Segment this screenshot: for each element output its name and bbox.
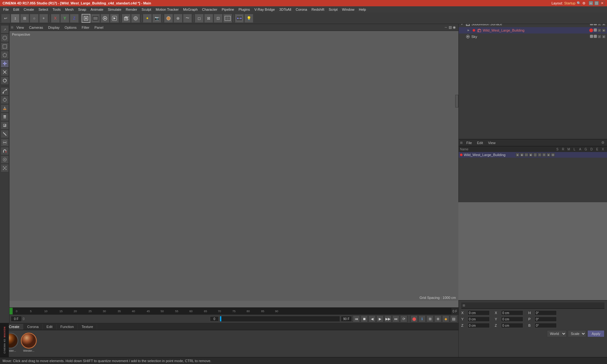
toolbar-material[interactable]: [164, 14, 173, 23]
vp-menu-view[interactable]: View: [15, 25, 26, 30]
layout-value[interactable]: Startup: [564, 1, 575, 5]
toolbar-y-axis[interactable]: Y: [60, 14, 69, 23]
transport-timeline[interactable]: ▤: [450, 315, 457, 322]
menu-simulate[interactable]: Simulate: [106, 7, 123, 12]
transport-skip-start[interactable]: ⏮: [353, 315, 360, 322]
vp-icon-render[interactable]: ◉: [453, 25, 456, 29]
transport-key[interactable]: ◆: [442, 315, 449, 322]
menu-render[interactable]: Render: [124, 7, 139, 12]
toolbar-light[interactable]: ✦: [143, 14, 152, 23]
toolbar-render-active[interactable]: [110, 14, 119, 23]
toolbar-render-view[interactable]: [91, 14, 100, 23]
coord-x-size[interactable]: [501, 310, 523, 315]
tool-deform[interactable]: [1, 96, 9, 104]
attr-ic-m[interactable]: □: [524, 153, 528, 157]
toolbar-rotate[interactable]: ○: [30, 14, 39, 23]
attr-ic-x[interactable]: M: [551, 153, 555, 157]
tool-extrude[interactable]: [1, 113, 9, 121]
attr-ic-e[interactable]: ●: [547, 153, 550, 157]
toolbar-move[interactable]: ↕: [11, 14, 20, 23]
vp-menu-filter[interactable]: Filter: [80, 25, 91, 30]
vp-icon-aspect[interactable]: ▧: [449, 25, 452, 29]
menu-select[interactable]: Select: [37, 7, 50, 12]
attr-ic-l[interactable]: ■: [529, 153, 533, 157]
menu-vray[interactable]: V-Ray Bridge: [253, 7, 277, 12]
tool-loop-selection[interactable]: [1, 138, 9, 147]
tool-rect-selection[interactable]: [1, 42, 9, 51]
menu-sculpt[interactable]: Sculpt: [140, 7, 153, 12]
layout-search-icon[interactable]: 🔍: [577, 1, 581, 5]
toolbar-cube[interactable]: [122, 14, 131, 23]
menu-plugins[interactable]: Plugins: [236, 7, 252, 12]
menu-script[interactable]: Script: [327, 7, 340, 12]
coord-scale-dropdown[interactable]: Scale Size: [568, 330, 586, 337]
material-2-ball[interactable]: [21, 333, 37, 349]
tool-knife[interactable]: [1, 130, 9, 138]
frame-slider[interactable]: [220, 316, 340, 322]
menu-character[interactable]: Character: [200, 7, 219, 12]
toolbar-sphere[interactable]: [131, 14, 140, 23]
attr-menu-file[interactable]: File: [465, 141, 473, 145]
vp-menu-display[interactable]: Display: [46, 25, 61, 30]
tool-magnet[interactable]: [1, 147, 9, 155]
toolbar-spline[interactable]: 〜: [183, 14, 192, 23]
menu-3dto[interactable]: 3DToAll: [277, 7, 293, 12]
toolbar-add[interactable]: +: [39, 14, 48, 23]
transport-loop[interactable]: ⟳: [400, 315, 407, 322]
vp-icon-expand[interactable]: ↔: [444, 25, 448, 29]
transport-play[interactable]: ▶: [377, 315, 383, 322]
toolbar-texture-map[interactable]: [223, 14, 232, 23]
attr-ic-a[interactable]: │: [533, 153, 537, 157]
toolbar-object-mode[interactable]: [82, 14, 90, 23]
menu-mesh[interactable]: Mesh: [63, 7, 76, 12]
transport-motion[interactable]: ⊞: [426, 315, 433, 322]
btab-function[interactable]: Function: [57, 324, 78, 330]
coord-b-rot[interactable]: [535, 323, 557, 328]
tool-select-arrow[interactable]: ↗: [1, 25, 9, 33]
btab-texture[interactable]: Texture: [78, 324, 97, 330]
coord-x-pos[interactable]: [468, 310, 490, 315]
maximize-button[interactable]: □: [594, 1, 599, 5]
toolbar-undo[interactable]: ↩: [1, 14, 10, 23]
frame-start-input[interactable]: [11, 316, 22, 322]
tool-extra[interactable]: [1, 164, 9, 172]
toolbar-camera[interactable]: 📷: [152, 14, 161, 23]
frame-end-input[interactable]: [341, 316, 352, 322]
btab-corona[interactable]: Corona: [23, 324, 43, 330]
menu-create[interactable]: Create: [22, 7, 36, 12]
tool-scale[interactable]: [1, 68, 9, 76]
menu-help[interactable]: Help: [357, 7, 368, 12]
toolbar-edit3[interactable]: ⊡: [214, 14, 223, 23]
menu-window[interactable]: Window: [340, 7, 356, 12]
menu-file[interactable]: File: [1, 7, 11, 12]
toolbar-deformer[interactable]: ⊕: [174, 14, 182, 23]
tool-spline-pen[interactable]: [1, 87, 9, 95]
attr-ic-s[interactable]: ●: [516, 153, 519, 157]
transport-snap[interactable]: ⊕: [434, 315, 441, 322]
toolbar-z-axis[interactable]: Z: [70, 14, 79, 23]
transport-info[interactable]: ℹ: [419, 315, 426, 322]
toolbar-x-axis[interactable]: X: [51, 14, 60, 23]
right-panel-edge-tab[interactable]: [455, 95, 458, 107]
tool-rotate[interactable]: [1, 76, 9, 85]
coord-y-size[interactable]: [501, 317, 523, 322]
timeline[interactable]: 0 5 10 15 20 25 30 35 40 45 50 55 60 65 …: [9, 307, 458, 314]
attr-building-row[interactable]: Wild_West_Large_Building ● ■ □ ■ │ + ≡ ●…: [459, 152, 607, 158]
vp-menu-cameras[interactable]: Cameras: [27, 25, 45, 30]
tool-paint[interactable]: [1, 104, 9, 112]
menu-redshift[interactable]: Redshift: [310, 7, 326, 12]
toolbar-edit2[interactable]: ⊠: [204, 14, 213, 23]
tool-polygon-selection[interactable]: [1, 51, 9, 59]
attr-ic-r[interactable]: ■: [520, 153, 524, 157]
btab-edit[interactable]: Edit: [43, 324, 57, 330]
vp-menu-panel[interactable]: Panel: [93, 25, 105, 30]
obj-building[interactable]: Wild_West_Large_Building ✓ ●: [459, 27, 607, 33]
obj-sky[interactable]: Sky ✓ ●: [459, 33, 607, 40]
viewport-3d[interactable]: X Y Z: [9, 31, 458, 301]
menu-mograph[interactable]: MoGraph: [181, 7, 199, 12]
transport-next[interactable]: ▶▶: [384, 315, 391, 322]
attr-ic-g[interactable]: +: [538, 153, 542, 157]
attr-search[interactable]: ⚙: [601, 141, 604, 145]
toolbar-render[interactable]: [101, 14, 109, 23]
vp-menu-options[interactable]: Options: [63, 25, 78, 30]
